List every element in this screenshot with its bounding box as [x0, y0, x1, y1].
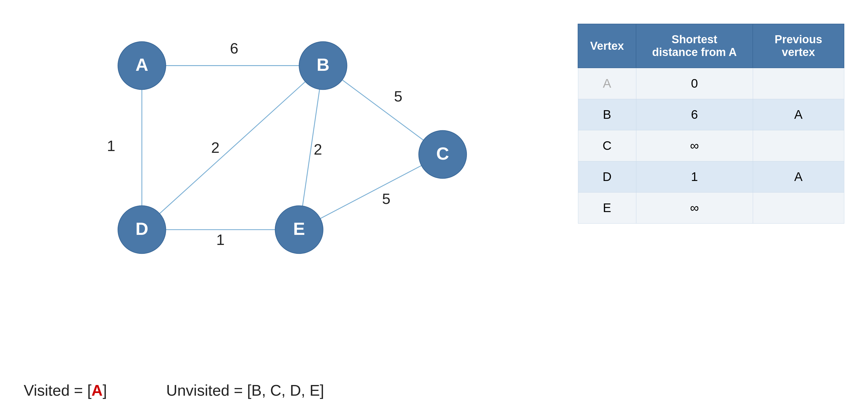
- table-area: Vertex Shortest distance from A Previous…: [578, 24, 844, 224]
- row-e-distance: ∞: [636, 193, 753, 224]
- unvisited-section: Unvisited = [B, C, D, E]: [166, 381, 324, 399]
- row-e-previous: [753, 193, 844, 224]
- graph-svg: 6 1 2 2 5 1 5 A B C D E: [24, 18, 554, 284]
- edge-e-c: [299, 155, 443, 230]
- row-d-distance: 1: [636, 161, 753, 193]
- node-b-label: B: [317, 55, 330, 75]
- node-a-label: A: [135, 55, 148, 75]
- table-row: A 0: [578, 68, 844, 99]
- visited-value: A: [92, 382, 103, 399]
- row-b-distance: 6: [636, 99, 753, 130]
- node-d-label: D: [135, 219, 148, 239]
- graph-area: 6 1 2 2 5 1 5 A B C D E: [24, 18, 554, 284]
- row-e-vertex: E: [578, 193, 636, 224]
- unvisited-label: Unvisited = [B, C, D, E]: [166, 382, 324, 399]
- bottom-section: Visited = [A] Unvisited = [B, C, D, E]: [24, 381, 844, 399]
- table-row: C ∞: [578, 130, 844, 161]
- row-a-vertex: A: [578, 68, 636, 99]
- row-d-vertex: D: [578, 161, 636, 193]
- weight-a-d: 1: [107, 137, 115, 154]
- header-previous: Previous vertex: [753, 24, 844, 68]
- main-content: 6 1 2 2 5 1 5 A B C D E: [24, 18, 844, 364]
- table-header-row: Vertex Shortest distance from A Previous…: [578, 24, 844, 68]
- dijkstra-table: Vertex Shortest distance from A Previous…: [578, 24, 844, 224]
- row-c-distance: ∞: [636, 130, 753, 161]
- row-b-previous: A: [753, 99, 844, 130]
- row-c-vertex: C: [578, 130, 636, 161]
- row-a-distance: 0: [636, 68, 753, 99]
- weight-b-c: 5: [394, 88, 402, 105]
- table-row: D 1 A: [578, 161, 844, 193]
- visited-label: Visited = [: [24, 382, 92, 399]
- weight-e-c: 5: [382, 190, 391, 207]
- row-a-previous: [753, 68, 844, 99]
- node-c-label: C: [436, 143, 449, 163]
- weight-a-b: 6: [230, 40, 238, 57]
- weight-d-e: 1: [216, 231, 224, 248]
- row-b-vertex: B: [578, 99, 636, 130]
- header-distance: Shortest distance from A: [636, 24, 753, 68]
- weight-b-e: 2: [314, 141, 322, 158]
- weight-b-d: 2: [211, 139, 219, 156]
- visited-section: Visited = [A]: [24, 381, 107, 399]
- row-d-previous: A: [753, 161, 844, 193]
- table-row: E ∞: [578, 193, 844, 224]
- header-vertex: Vertex: [578, 24, 636, 68]
- row-c-previous: [753, 130, 844, 161]
- visited-close: ]: [102, 382, 107, 399]
- node-e-label: E: [293, 219, 305, 239]
- table-row: B 6 A: [578, 99, 844, 130]
- edge-b-d: [142, 66, 323, 230]
